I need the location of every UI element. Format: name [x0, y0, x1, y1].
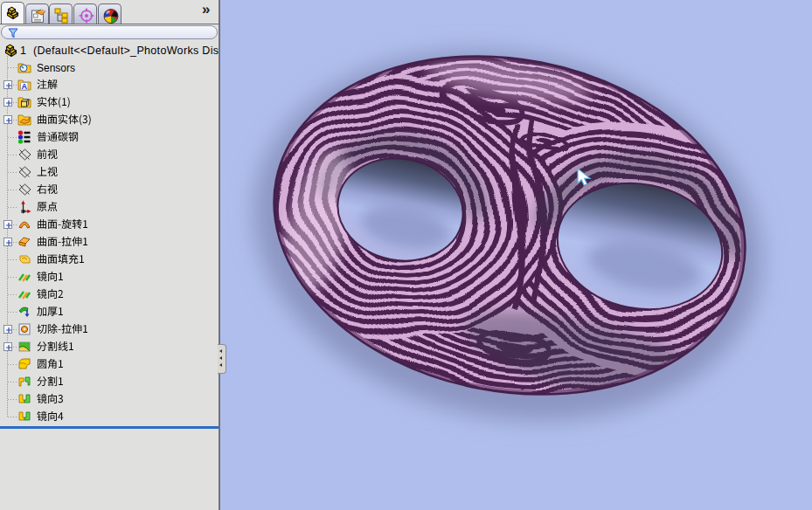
svg-text:A: A — [21, 82, 27, 91]
